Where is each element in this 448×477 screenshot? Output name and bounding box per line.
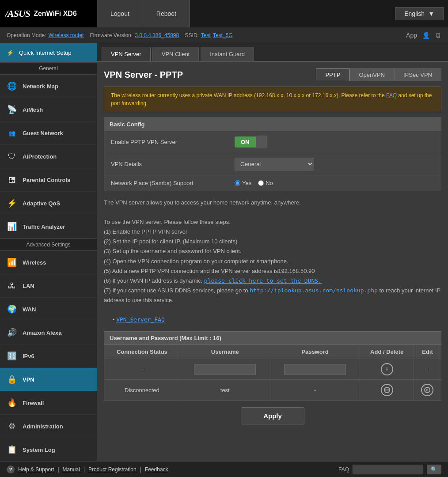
aiprotection-icon: 🛡 bbox=[7, 151, 17, 162]
ssid-value-2[interactable]: Test_5G bbox=[213, 32, 233, 38]
quick-setup-label: Quick Internet Setup bbox=[19, 49, 72, 56]
administration-icon: ⚙ bbox=[7, 421, 17, 432]
instructions-intro: The VPN server allows you to access your… bbox=[104, 198, 441, 208]
apply-button[interactable]: Apply bbox=[241, 407, 304, 424]
user-icon[interactable]: 👤 bbox=[422, 32, 430, 39]
sidebar-item-ipv6[interactable]: 🔢 IPv6 bbox=[0, 344, 97, 368]
basic-config-table: Enable PPTP VPN Server ON VPN Details Ge… bbox=[104, 131, 441, 191]
tab-vpn-client[interactable]: VPN Client bbox=[152, 47, 199, 61]
search-icon: 🔍 bbox=[431, 466, 437, 473]
col-password: Password bbox=[270, 345, 360, 359]
instructions-step3: (3) Set up the username and password for… bbox=[104, 246, 441, 256]
faq-label: FAQ bbox=[338, 466, 349, 473]
operation-mode-label: Operation Mode: bbox=[7, 32, 46, 38]
warning-faq-link[interactable]: FAQ bbox=[386, 92, 397, 98]
instructions-step1: (1) Enable the PPTP VPN server bbox=[104, 227, 441, 237]
sidebar-label-ipv6: IPv6 bbox=[23, 353, 34, 360]
sidebar-item-guest-network[interactable]: 👥 Guest Network bbox=[0, 121, 97, 145]
edit-user-button[interactable] bbox=[421, 384, 433, 396]
new-username-input[interactable] bbox=[194, 364, 256, 375]
row-status: Disconnected bbox=[104, 380, 180, 401]
pptp-toggle[interactable]: ON bbox=[235, 136, 267, 148]
sidebar-item-administration[interactable]: ⚙ Administration bbox=[0, 415, 97, 438]
faq-search-input[interactable] bbox=[353, 465, 423, 474]
row-edit bbox=[414, 380, 441, 401]
faq-search-button[interactable]: 🔍 bbox=[427, 465, 441, 474]
radio-no[interactable]: No bbox=[258, 180, 273, 186]
ipsec-button[interactable]: IPSec VPN bbox=[394, 68, 441, 81]
sidebar-item-aimesh[interactable]: 📡 AiMesh bbox=[0, 98, 97, 121]
vpn-faq-link[interactable]: VPN_Server_FAQ bbox=[116, 316, 165, 323]
ssid-value-1[interactable]: Test bbox=[201, 32, 211, 38]
instructions-step7: (7) If you cannot use ASUS DDNS services… bbox=[104, 286, 441, 305]
app-link[interactable]: App bbox=[406, 32, 417, 39]
remove-user-button[interactable] bbox=[381, 384, 393, 396]
vpn-icon: 🔒 bbox=[7, 374, 17, 385]
col-add-delete: Add / Delete bbox=[360, 345, 414, 359]
adaptive-qos-icon: ⚡ bbox=[7, 198, 17, 208]
footer-divider1: | bbox=[57, 466, 59, 473]
new-row-edit: - bbox=[414, 359, 441, 380]
guest-network-icon: 👥 bbox=[7, 128, 17, 138]
ddns-link[interactable]: please click here to set the DDNS. bbox=[204, 277, 322, 284]
instructions-faq-bullet: • VPN_Server_FAQ bbox=[113, 315, 441, 325]
feedback-link[interactable]: Feedback bbox=[145, 466, 168, 473]
sidebar-item-firewall[interactable]: 🔥 Firewall bbox=[0, 391, 97, 415]
iplookup-link[interactable]: http://iplookup.asus.com/nslookup.php bbox=[250, 287, 378, 294]
system-log-icon: 📋 bbox=[7, 444, 17, 455]
sidebar-label-administration: Administration bbox=[23, 423, 63, 430]
aimesh-icon: 📡 bbox=[7, 104, 17, 115]
sidebar-item-network-map[interactable]: 🌐 Network Map bbox=[0, 75, 97, 98]
sidebar-item-system-log[interactable]: 📋 System Log bbox=[0, 438, 97, 461]
new-row-username bbox=[180, 359, 270, 380]
sidebar-item-quick-setup[interactable]: ⚡ Quick Internet Setup bbox=[0, 43, 97, 62]
logout-button[interactable]: Logout bbox=[97, 0, 143, 27]
wan-icon: 🌍 bbox=[7, 304, 17, 314]
tab-instant-guard[interactable]: Instant Guard bbox=[201, 47, 254, 61]
openvpn-button[interactable]: OpenVPN bbox=[349, 68, 394, 81]
vpn-details-select[interactable]: General Advanced bbox=[235, 158, 314, 170]
language-selector[interactable]: English ▼ bbox=[395, 7, 444, 20]
radio-yes-input[interactable] bbox=[235, 180, 240, 186]
monitor-icon[interactable]: 🖥 bbox=[435, 32, 441, 39]
sidebar-item-traffic-analyzer[interactable]: 📊 Traffic Analyzer bbox=[0, 215, 97, 238]
sidebar-item-vpn[interactable]: 🔒 VPN bbox=[0, 368, 97, 391]
basic-config-header: Basic Config bbox=[104, 117, 441, 131]
sidebar-item-wireless[interactable]: 📶 Wireless bbox=[0, 251, 97, 274]
help-support-link[interactable]: Help & Support bbox=[18, 466, 54, 473]
sidebar-general-label: General bbox=[0, 62, 97, 75]
sidebar-item-wan[interactable]: 🌍 WAN bbox=[0, 298, 97, 321]
footer-divider3: | bbox=[140, 466, 141, 473]
radio-no-input[interactable] bbox=[258, 180, 264, 186]
tab-vpn-server[interactable]: VPN Server bbox=[102, 47, 151, 61]
sidebar-item-adaptive-qos[interactable]: ⚡ Adaptive QoS bbox=[0, 192, 97, 215]
operation-mode-value[interactable]: Wireless router bbox=[48, 32, 84, 38]
manual-link[interactable]: Manual bbox=[63, 466, 80, 473]
network-place-label: Network Place (Samba) Support bbox=[111, 180, 235, 186]
instructions-step2: (2) Set the IP pool for client IP. (Maxi… bbox=[104, 237, 441, 246]
tab-vpn-server-label: VPN Server bbox=[111, 51, 141, 57]
product-registration-link[interactable]: Product Registration bbox=[88, 466, 137, 473]
instructions-step4: (4) Open the VPN connection program on y… bbox=[104, 257, 441, 266]
warning-box: The wireless router currently uses a pri… bbox=[104, 87, 441, 112]
sidebar-item-aiprotection[interactable]: 🛡 AiProtection bbox=[0, 145, 97, 168]
sidebar-item-amazon-alexa[interactable]: 🔊 Amazon Alexa bbox=[0, 321, 97, 344]
network-place-value: Yes No bbox=[235, 180, 434, 186]
firmware-value[interactable]: 3.0.0.4.386_45898 bbox=[135, 32, 179, 38]
enable-pptp-value: ON bbox=[235, 136, 434, 148]
reboot-button[interactable]: Reboot bbox=[143, 0, 190, 27]
add-user-button[interactable]: + bbox=[381, 363, 393, 375]
minus-icon bbox=[384, 387, 390, 393]
tab-instant-guard-label: Instant Guard bbox=[210, 51, 245, 57]
page-title: VPN Server - PPTP bbox=[104, 70, 183, 80]
sidebar-item-lan[interactable]: 🖧 LAN bbox=[0, 274, 97, 298]
users-section-header: Username and Password (Max Limit : 16) bbox=[104, 331, 441, 345]
header: /ASUS ZenWiFi XD6 Logout Reboot English … bbox=[0, 0, 448, 27]
new-password-input[interactable] bbox=[284, 364, 346, 375]
radio-yes[interactable]: Yes bbox=[235, 180, 251, 186]
pptp-button[interactable]: PPTP bbox=[316, 68, 349, 81]
info-bar-icons: App 👤 🖥 bbox=[406, 32, 441, 39]
logo-area: /ASUS ZenWiFi XD6 bbox=[0, 0, 97, 27]
sidebar-label-lan: LAN bbox=[23, 283, 34, 289]
sidebar-item-parental-controls[interactable]: 👨‍👧 Parental Controls bbox=[0, 168, 97, 192]
